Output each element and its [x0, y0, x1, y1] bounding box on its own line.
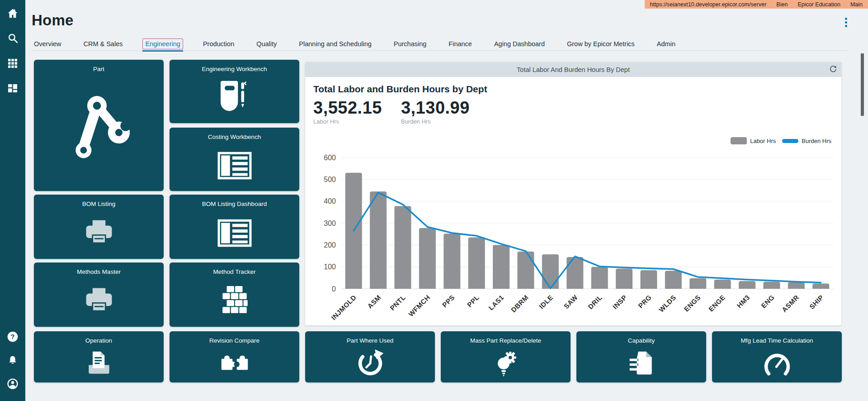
- chart-bars: [345, 173, 830, 289]
- dashboard-list-icon: [170, 207, 299, 259]
- tab-grow-by-epicor-metrics[interactable]: Grow by Epicor Metrics: [565, 39, 637, 49]
- debug-company: Epicor Education: [797, 1, 840, 8]
- dashboards-button[interactable]: [6, 82, 19, 95]
- tab-production[interactable]: Production: [201, 39, 236, 49]
- tile-label: Revision Compare: [206, 337, 263, 344]
- history-clock-icon: [305, 344, 435, 382]
- help-icon: ?: [7, 331, 19, 344]
- idea-gear-icon: [441, 344, 571, 382]
- tab-purchasing[interactable]: Purchasing: [392, 39, 429, 49]
- legend-item-burden-hrs: Burden Hrs: [782, 138, 831, 144]
- tile-label: Costing Workbench: [204, 134, 265, 140]
- refresh-icon: [829, 68, 837, 75]
- tab-quality[interactable]: Quality: [254, 39, 279, 49]
- tile-label: Mass Part Replace/Delete: [467, 337, 545, 344]
- line-swatch-icon: [782, 139, 798, 143]
- kpi-labor-hrs: 3,552.15 Labor Hrs: [313, 99, 382, 125]
- labor-burden-chart: 0100200300400500600INJMOLDASMPNTLWFMCHPP…: [311, 154, 836, 322]
- tile-engineering-workbench[interactable]: Engineering Workbench: [170, 60, 299, 123]
- kpi-value: 3,130.99: [401, 99, 470, 117]
- svg-text:ASM: ASM: [366, 293, 382, 310]
- debug-bar: https://seianext10.developer.epicor.com/…: [645, 0, 868, 9]
- search-button[interactable]: [6, 32, 19, 46]
- tile-bom-listing-dashboard[interactable]: BOM Listing Dashboard: [170, 195, 299, 259]
- svg-text:WLDS: WLDS: [657, 293, 678, 314]
- bar-swatch-icon: [731, 137, 747, 144]
- tile-label: Capability: [624, 337, 658, 344]
- tile-label: Operation: [82, 337, 116, 344]
- svg-text:SHIP: SHIP: [808, 293, 825, 310]
- svg-text:ENG: ENG: [760, 293, 776, 310]
- tile-part[interactable]: Part: [34, 60, 164, 191]
- tile-operation[interactable]: Operation: [34, 331, 164, 382]
- kpi-label: Burden Hrs: [401, 118, 470, 125]
- tile-capability[interactable]: Capability: [576, 331, 706, 382]
- svg-text:0: 0: [332, 285, 336, 293]
- printer-icon: [34, 275, 164, 327]
- tile-revision-compare[interactable]: Revision Compare: [170, 331, 299, 382]
- tile-label: Part Where Used: [343, 337, 397, 344]
- svg-text:600: 600: [324, 154, 336, 162]
- chart-y-axis-labels: 0100200300400500600: [324, 154, 336, 293]
- account-button[interactable]: [6, 377, 19, 391]
- tab-planning-and-scheduling[interactable]: Planning and Scheduling: [297, 39, 373, 49]
- notifications-button[interactable]: [6, 354, 19, 368]
- printer-icon: [34, 207, 164, 259]
- svg-text:INJMOLD: INJMOLD: [330, 293, 358, 321]
- svg-text:PRG: PRG: [637, 293, 653, 310]
- home-button[interactable]: [6, 7, 19, 21]
- kpi-burden-hrs: 3,130.99 Burden Hrs: [401, 99, 470, 125]
- svg-text:?: ?: [10, 333, 14, 340]
- tile-part-where-used[interactable]: Part Where Used: [305, 331, 435, 382]
- tile-mass-part-replace-delete[interactable]: Mass Part Replace/Delete: [441, 331, 571, 382]
- chart-grid: [341, 158, 833, 289]
- svg-text:PPL: PPL: [466, 293, 481, 309]
- home-icon: [7, 8, 19, 21]
- svg-text:WFMCH: WFMCH: [407, 293, 431, 318]
- apps-button[interactable]: [6, 57, 19, 71]
- legend-item-labor-hrs: Labor Hrs: [731, 137, 776, 144]
- legend-label: Burden Hrs: [802, 138, 831, 144]
- tile-mfg-lead-time-calculation[interactable]: Mfg Lead Time Calculation: [712, 331, 842, 382]
- tile-label: Part: [90, 66, 108, 72]
- svg-text:LAS1: LAS1: [487, 293, 505, 312]
- tab-admin[interactable]: Admin: [655, 39, 678, 49]
- robot-arm-icon: [34, 72, 164, 191]
- debug-url: https://seianext10.developer.epicor.com/…: [650, 1, 767, 8]
- svg-text:PPS: PPS: [441, 293, 456, 309]
- apps-grid-icon: [7, 58, 18, 70]
- documents-icon: [34, 344, 164, 382]
- svg-text:INSP: INSP: [611, 293, 628, 310]
- tile-method-tracker[interactable]: Method Tracker: [170, 263, 299, 327]
- svg-text:200: 200: [324, 241, 336, 249]
- svg-text:DRIL: DRIL: [586, 293, 604, 310]
- tab-engineering[interactable]: Engineering: [142, 38, 183, 49]
- legend-label: Labor Hrs: [750, 138, 776, 144]
- tab-crm-sales[interactable]: CRM & Sales: [81, 39, 125, 49]
- help-button[interactable]: ?: [6, 330, 19, 344]
- tile-label: Engineering Workbench: [198, 66, 271, 72]
- tile-costing-workbench[interactable]: Costing Workbench: [170, 128, 299, 191]
- dashboards-icon: [7, 83, 18, 95]
- refresh-button[interactable]: [829, 65, 838, 74]
- overflow-menu-button[interactable]: [842, 16, 850, 28]
- vertical-scrollbar[interactable]: [861, 53, 864, 116]
- svg-text:IDLE: IDLE: [538, 293, 555, 310]
- svg-text:ASMR: ASMR: [780, 293, 801, 314]
- panel-header-title: Total Labor And Burden Hours By Dept: [517, 66, 630, 73]
- dashboard-list-icon: [170, 140, 299, 191]
- tile-methods-master[interactable]: Methods Master: [34, 263, 164, 327]
- brick-wall-icon: [170, 275, 299, 327]
- debug-site: Main: [850, 1, 863, 8]
- tab-aging-dashboard[interactable]: Aging Dashboard: [492, 39, 547, 49]
- gauge-icon: [712, 344, 842, 382]
- svg-text:DBRM: DBRM: [509, 293, 530, 314]
- svg-text:HM3: HM3: [735, 293, 751, 309]
- tab-finance[interactable]: Finance: [446, 39, 474, 49]
- tab-bar: Overview CRM & Sales Engineering Product…: [32, 37, 847, 51]
- svg-text:300: 300: [324, 220, 336, 227]
- tab-overview[interactable]: Overview: [32, 39, 63, 49]
- app-root: https://seianext10.developer.epicor.com/…: [0, 0, 868, 401]
- svg-text:SAW: SAW: [562, 293, 579, 310]
- tile-bom-listing[interactable]: BOM Listing: [34, 195, 164, 259]
